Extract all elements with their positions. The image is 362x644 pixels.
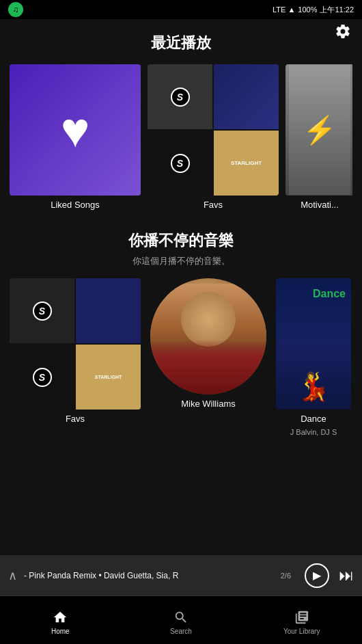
ns-favs-cell-1: S (10, 278, 74, 343)
library-icon (294, 610, 309, 625)
home-label: Home (51, 628, 70, 635)
nav-your-library[interactable]: Your Library (241, 606, 362, 635)
ns-favs-cell-4: STARLIGHT (76, 345, 141, 410)
clock: 上午11:22 (320, 5, 354, 15)
dance-label: Dance (276, 414, 351, 424)
ns-favs-cell-2 (76, 278, 141, 343)
skip-next-button[interactable]: ⏭ (339, 567, 354, 585)
favs-card-recent[interactable]: S S STARLIGHT Favs (148, 64, 279, 210)
favs-cell-2 (214, 64, 279, 129)
recently-played-grid: ♥ Liked Songs S S (10, 64, 352, 210)
nav-search[interactable]: Search (121, 606, 242, 635)
ns-favs-cell-3: S (10, 345, 74, 410)
play-pause-button[interactable]: ▶ (305, 563, 329, 588)
dance-card[interactable]: 💃 Dance Dance J Balvin, DJ S (276, 278, 351, 436)
status-right: LTE ▲ 100% 上午11:22 (273, 5, 354, 15)
recently-played-section: 最近播放 ♥ Liked Songs S (0, 33, 362, 210)
favs-cell-3: S (148, 131, 212, 196)
now-playing-track: - Pink Panda Remix • David Guetta, Sia, … (24, 571, 274, 580)
heart-icon: ♥ (61, 102, 90, 158)
library-label: Your Library (283, 628, 320, 635)
liked-songs-label: Liked Songs (10, 200, 141, 210)
favs-label-recent: Favs (148, 200, 279, 210)
never-stop-subtitle: 你這個月播不停的音樂。 (10, 255, 352, 267)
expand-icon: ∧ (8, 568, 17, 583)
favs-cell-1: S (148, 64, 212, 129)
motivation-artwork: ⚡ (286, 64, 352, 196)
content-wrapper: 最近播放 ♥ Liked Songs S (0, 19, 362, 644)
motivation-card[interactable]: ⚡ Motivati... (286, 64, 352, 210)
favs-card-neverstop[interactable]: S S STARLIGHT Favs (10, 278, 141, 436)
dance-sublabel: J Balvin, DJ S (276, 428, 351, 436)
playback-controls: 2/6 ▶ ⏭ (281, 563, 354, 588)
now-playing-bar[interactable]: ∧ - Pink Panda Remix • David Guetta, Sia… (0, 555, 362, 596)
search-label: Search (170, 628, 192, 635)
never-stop-section: 你播不停的音樂 你這個月播不停的音樂。 S S STARLIGHT (0, 230, 362, 440)
favs-artwork-recent: S S STARLIGHT (148, 64, 279, 196)
main-scroll[interactable]: 最近播放 ♥ Liked Songs S (0, 19, 362, 555)
mike-williams-label: Mike Williams (150, 399, 266, 409)
dance-title-overlay: Dance (313, 288, 346, 300)
favs-cell-4: STARLIGHT (214, 131, 279, 196)
dance-artwork: 💃 Dance (276, 278, 351, 410)
motivation-label: Motivati... (286, 200, 352, 210)
battery-level: 100% (298, 5, 317, 14)
status-bar: ♫ LTE ▲ 100% 上午11:22 (0, 0, 362, 19)
home-icon (53, 610, 68, 625)
favs-artwork-neverstop: S S STARLIGHT (10, 278, 141, 410)
never-stop-row: S S STARLIGHT Favs (10, 278, 352, 440)
nav-home[interactable]: Home (0, 606, 121, 635)
liked-songs-card[interactable]: ♥ Liked Songs (10, 64, 141, 210)
now-playing-info: - Pink Panda Remix • David Guetta, Sia, … (24, 571, 274, 580)
bottom-navigation: Home Search Your Library (0, 596, 362, 644)
liked-songs-artwork: ♥ (10, 64, 141, 196)
spotify-logo: ♫ (8, 2, 23, 17)
settings-button[interactable] (335, 23, 351, 42)
mike-williams-photo (150, 278, 266, 394)
neverstop-favs-label: Favs (10, 414, 141, 424)
never-stop-title: 你播不停的音樂 (10, 230, 352, 251)
search-icon (173, 610, 189, 625)
recently-played-title: 最近播放 (10, 33, 352, 53)
progress-indicator: 2/6 (281, 572, 291, 580)
mike-williams-card[interactable]: Mike Williams (150, 278, 266, 436)
network-indicator: LTE ▲ (273, 5, 295, 14)
